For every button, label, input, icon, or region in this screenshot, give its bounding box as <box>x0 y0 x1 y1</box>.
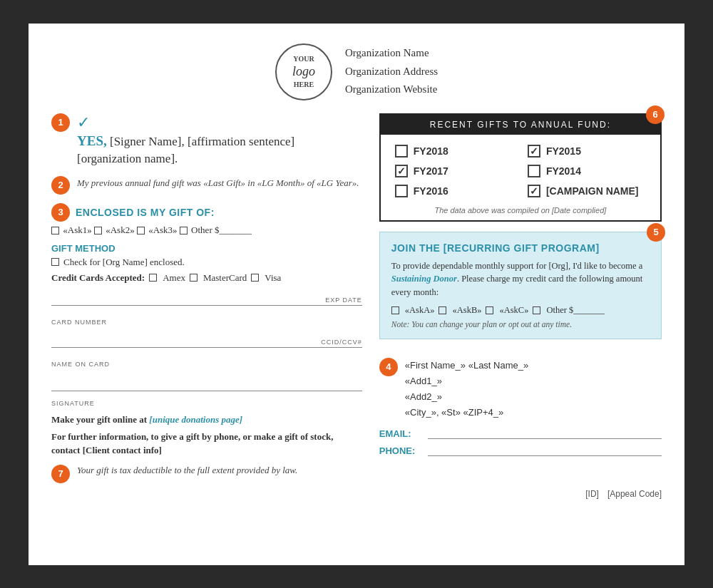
address-line4: «City_», «St» «ZIP+4_» <box>405 405 528 421</box>
section7: 7 Your gift is tax deductible to the ful… <box>51 465 362 483</box>
contact-fields: EMAIL: PHONE: <box>379 426 662 456</box>
amex-checkbox[interactable] <box>149 274 157 282</box>
credit-label: Credit Cards Accepted: <box>51 272 145 284</box>
fy2016-checkbox[interactable] <box>395 185 408 197</box>
main-content: 1 ✓ YES, [Signer Name], [affirmation sen… <box>51 113 662 483</box>
other-checkbox[interactable] <box>180 227 188 234</box>
visa-label: Visa <box>265 272 281 284</box>
online-gift-link[interactable]: [unique donations page] <box>149 414 242 425</box>
gift-fy2014: FY2014 <box>528 165 646 177</box>
section2-text: My previous annual fund gift was «Last G… <box>77 176 359 190</box>
logo-line1: YOUR <box>293 54 314 63</box>
badge-7: 7 <box>51 465 70 483</box>
logo-circle: YOUR logo HERE <box>275 43 332 100</box>
org-website: Organization Website <box>345 81 438 99</box>
gift-fy2015: ✓ FY2015 <box>528 145 646 158</box>
join-options: «AskA» «AskB» «AskC» Other $_______ <box>391 305 650 316</box>
ask1-checkbox[interactable] <box>51 227 59 234</box>
gifts-footnote: The data above was compiled on [Date com… <box>381 203 660 220</box>
phone-label: PHONE: <box>379 445 422 456</box>
gift-campaign: ✓ [CAMPAIGN NAME] <box>528 185 646 197</box>
address-line1: «First Name_» «Last Name_» <box>405 358 528 373</box>
badge-5: 5 <box>647 223 665 242</box>
signature-label: SIGNATURE <box>51 400 362 407</box>
recent-gifts-header: RECENT GIFTS TO ANNUAL FUND: <box>381 115 660 135</box>
aska-checkbox[interactable] <box>391 306 399 314</box>
name-on-card-label: NAME ON CARD <box>51 361 110 368</box>
join-program-box: 5 JOIN THE [RECURRING GIFT PROGRAM] To p… <box>379 232 662 339</box>
card-number-field[interactable] <box>51 291 325 304</box>
name-on-card-row: CCID/CCV# <box>51 333 362 348</box>
join-text: To provide dependable monthly support fo… <box>391 259 650 299</box>
check-line: Check for [Org Name] enclosed. <box>51 257 362 268</box>
section3-title: ENCLOSED IS MY GIFT OF: <box>76 207 215 218</box>
visa-checkbox[interactable] <box>251 274 259 282</box>
section1: 1 ✓ YES, [Signer Name], [affirmation sen… <box>51 113 362 167</box>
gift-fy2018: FY2018 <box>395 145 513 158</box>
join-sustaining-link[interactable]: Sustaining Donor <box>391 274 457 284</box>
gift-options: «Ask1» «Ask2» «Ask3» Other $_______ <box>51 225 362 236</box>
askc-label: «AskC» <box>499 305 528 316</box>
section1-content: YES, [Signer Name], [affirmation sentenc… <box>77 132 362 167</box>
address-line3: «Add2_» <box>405 389 528 405</box>
badge-6: 6 <box>646 105 665 124</box>
signature-row <box>51 376 362 391</box>
card-number-label: CARD NUMBER <box>51 319 107 326</box>
yes-label: YES, <box>77 133 107 148</box>
gifts-grid: FY2018 ✓ FY2015 ✓ FY2017 FY2014 <box>381 135 660 203</box>
section7-text: Your gift is tax deductible to the full … <box>77 465 297 476</box>
fy2014-label: FY2014 <box>546 165 581 177</box>
card-number-row: EXP DATE <box>51 291 362 306</box>
check-label: Check for [Org Name] enclosed. <box>63 257 185 268</box>
donation-card: YOUR logo HERE Organization Name Organiz… <box>29 24 684 565</box>
footer-id: [ID] <box>585 489 599 499</box>
amex-label: Amex <box>163 272 185 284</box>
ask2-checkbox[interactable] <box>94 227 102 234</box>
badge-1: 1 <box>51 113 70 132</box>
footer-appeal-code: [Appeal Code] <box>607 489 662 499</box>
name-on-card-field[interactable] <box>51 333 321 346</box>
org-name: Organization Name <box>345 44 438 63</box>
askb-label: «AskB» <box>452 305 481 316</box>
address-badge-row: 4 «First Name_» «Last Name_» «Add1_» «Ad… <box>379 358 662 421</box>
askc-checkbox[interactable] <box>486 306 493 314</box>
ask3-checkbox[interactable] <box>137 227 145 234</box>
badge-3: 3 <box>51 203 70 222</box>
section2: 2 My previous annual fund gift was «Last… <box>51 176 362 195</box>
exp-date-label-right: EXP DATE <box>325 296 362 304</box>
logo-italic: logo <box>292 63 315 80</box>
phone-field[interactable] <box>428 443 662 456</box>
join-other-checkbox[interactable] <box>533 306 540 314</box>
gift-method-title: GIFT METHOD <box>51 243 362 254</box>
fy2015-checkbox[interactable]: ✓ <box>528 145 540 158</box>
check-checkbox[interactable] <box>51 258 59 266</box>
mastercard-checkbox[interactable] <box>190 274 198 282</box>
online-gift-text: Make your gift online at <box>51 414 149 425</box>
ask2-label: «Ask2» <box>103 225 137 235</box>
other-label: Other $_______ <box>189 225 252 235</box>
credit-line: Credit Cards Accepted: Amex MasterCard V… <box>51 272 362 284</box>
fy2017-label: FY2017 <box>414 165 448 177</box>
online-gift: Make your gift online at [unique donatio… <box>51 414 362 425</box>
fy2018-checkbox[interactable] <box>395 145 408 158</box>
logo-line3: HERE <box>294 80 314 89</box>
recent-gifts-box: 6 RECENT GIFTS TO ANNUAL FUND: FY2018 ✓ … <box>379 113 662 222</box>
mastercard-label: MasterCard <box>203 272 247 284</box>
address-section: 4 «First Name_» «Last Name_» «Add1_» «Ad… <box>379 358 662 460</box>
section1-text: [Signer Name], [affirmation sentence] [o… <box>77 135 294 166</box>
ask3-label: «Ask3» <box>146 225 180 235</box>
fy2015-label: FY2015 <box>546 145 581 157</box>
card-footer: [ID] [Appeal Code] <box>51 489 662 499</box>
email-field[interactable] <box>428 426 662 439</box>
join-other-label: Other $_______ <box>546 305 605 316</box>
fy2017-checkbox[interactable]: ✓ <box>395 165 408 177</box>
aska-label: «AskA» <box>405 305 435 316</box>
section3: 3 ENCLOSED IS MY GIFT OF: «Ask1» «Ask2» … <box>51 203 362 407</box>
campaign-checkbox[interactable]: ✓ <box>528 185 540 197</box>
signature-field[interactable] <box>51 376 362 389</box>
fy2014-checkbox[interactable] <box>528 165 540 177</box>
join-note: Note: You can change your plan or opt ou… <box>391 320 650 329</box>
askb-checkbox[interactable] <box>438 306 446 314</box>
gift-fy2016: FY2016 <box>395 185 513 197</box>
email-row: EMAIL: <box>379 426 662 439</box>
